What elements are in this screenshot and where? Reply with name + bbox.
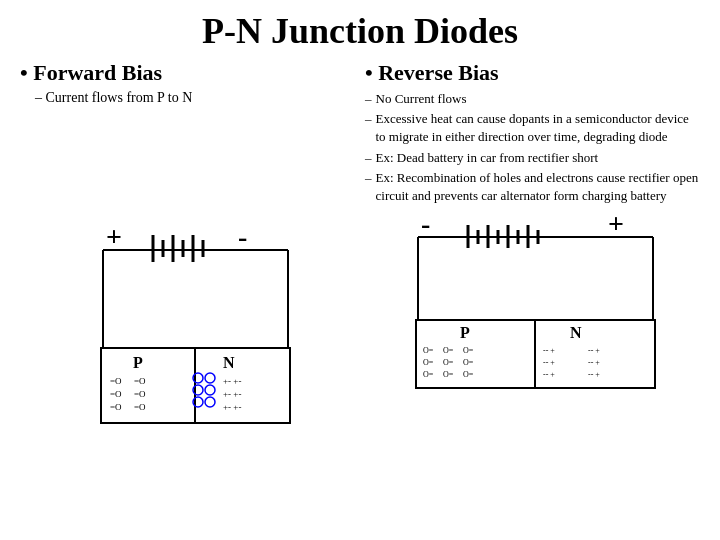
svg-text:=O: =O <box>110 389 122 399</box>
dash-2: – <box>365 110 372 146</box>
svg-text:=O: =O <box>110 376 122 386</box>
svg-text:N: N <box>570 324 582 341</box>
forward-bias-column: • Forward Bias – Current flows from P to… <box>20 60 355 530</box>
svg-text:+- +-: +- +- <box>223 402 241 412</box>
svg-text:-- +: -- + <box>543 346 555 355</box>
svg-text:O=: O= <box>463 370 474 379</box>
svg-text:=O: =O <box>110 402 122 412</box>
svg-text:O=: O= <box>463 358 474 367</box>
svg-text:-- +: -- + <box>543 370 555 379</box>
svg-text:N: N <box>223 354 235 371</box>
reverse-bullet-2-text: Excessive heat can cause dopants in a se… <box>376 110 701 146</box>
svg-text:O=: O= <box>423 370 434 379</box>
reverse-bullet-4: – Ex: Recombination of holes and electro… <box>365 169 700 205</box>
svg-text:-- +: -- + <box>543 358 555 367</box>
svg-text:-- +: -- + <box>588 346 600 355</box>
reverse-bullet-2: – Excessive heat can cause dopants in a … <box>365 110 700 146</box>
reverse-bias-title: • Reverse Bias <box>365 60 700 86</box>
forward-bias-text: – Current flows from P to N <box>35 90 192 106</box>
svg-text:=O: =O <box>134 389 146 399</box>
reverse-bullet-3: – Ex: Dead battery in car from rectifier… <box>365 149 700 167</box>
forward-bias-bullet: – Current flows from P to N <box>30 90 355 106</box>
svg-text:+- +-: +- +- <box>223 389 241 399</box>
forward-bias-title: • Forward Bias <box>20 60 355 86</box>
svg-text:-- +: -- + <box>588 370 600 379</box>
svg-text:+- +-: +- +- <box>223 376 241 386</box>
reverse-bullet-1-text: No Current flows <box>376 90 467 108</box>
page-title: P-N Junction Diodes <box>20 10 700 52</box>
reverse-circuit: - + P <box>365 212 700 392</box>
reverse-bullet-3-text: Ex: Dead battery in car from rectifier s… <box>376 149 599 167</box>
svg-text:P: P <box>133 354 143 371</box>
dash-1: – <box>365 90 372 108</box>
reverse-bias-bullets: – No Current flows – Excessive heat can … <box>365 90 700 207</box>
svg-text:O=: O= <box>443 358 454 367</box>
svg-text:P: P <box>460 324 470 341</box>
svg-text:=O: =O <box>134 376 146 386</box>
page: P-N Junction Diodes • Forward Bias – Cur… <box>0 0 720 540</box>
svg-text:+: + <box>608 212 624 239</box>
svg-text:O=: O= <box>443 370 454 379</box>
svg-text:=O: =O <box>134 402 146 412</box>
dash-4: – <box>365 169 372 205</box>
forward-circuit-svg: + - P N <box>58 220 318 430</box>
forward-circuit: + - P N <box>20 119 355 530</box>
svg-text:+: + <box>106 221 122 252</box>
content-columns: • Forward Bias – Current flows from P to… <box>20 60 700 530</box>
reverse-circuit-svg: - + P <box>388 212 678 392</box>
svg-text:O=: O= <box>423 346 434 355</box>
reverse-bias-column: • Reverse Bias – No Current flows – Exce… <box>365 60 700 530</box>
reverse-bullet-4-text: Ex: Recombination of holes and electrons… <box>376 169 701 205</box>
svg-text:-: - <box>421 212 430 239</box>
dash-3: – <box>365 149 372 167</box>
svg-text:-- +: -- + <box>588 358 600 367</box>
svg-text:O=: O= <box>423 358 434 367</box>
reverse-bullet-1: – No Current flows <box>365 90 700 108</box>
svg-text:O=: O= <box>463 346 474 355</box>
svg-text:-: - <box>238 221 247 252</box>
svg-text:O=: O= <box>443 346 454 355</box>
